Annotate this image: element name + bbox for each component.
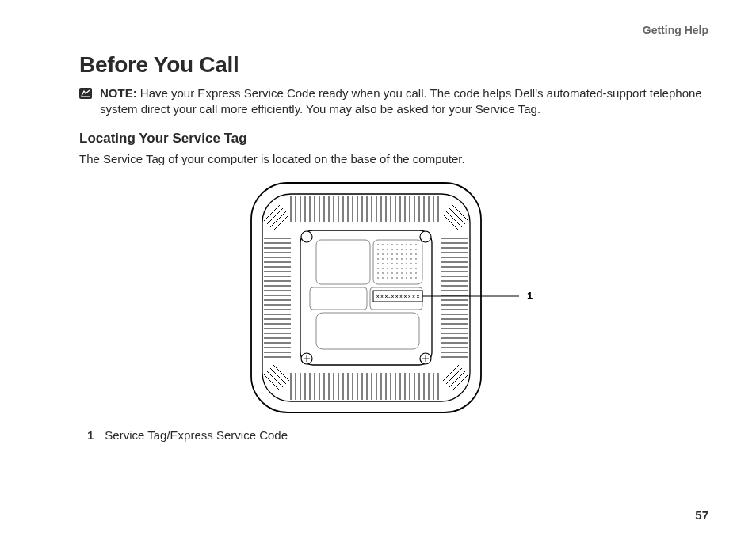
svg-point-193 — [387, 268, 388, 269]
figure-legend: 1 Service Tag/Express Service Code — [87, 428, 708, 442]
svg-point-167 — [391, 253, 393, 255]
svg-point-197 — [406, 268, 407, 269]
svg-point-199 — [415, 268, 417, 269]
svg-point-209 — [377, 277, 379, 279]
note-label: NOTE: — [100, 86, 137, 100]
svg-point-196 — [401, 268, 403, 269]
body-paragraph: The Service Tag of your computer is loca… — [79, 151, 708, 167]
device-base-illustration: XXX-XXXXXXX 1 — [227, 175, 560, 420]
svg-point-190 — [415, 263, 417, 264]
svg-point-203 — [391, 272, 393, 274]
svg-point-169 — [401, 253, 403, 255]
svg-point-148 — [387, 244, 388, 245]
svg-point-192 — [382, 268, 384, 269]
callout-number: 1 — [527, 290, 533, 302]
svg-point-160 — [401, 249, 403, 250]
svg-point-152 — [406, 244, 407, 245]
svg-point-155 — [377, 249, 379, 250]
svg-point-200 — [377, 272, 379, 274]
chapter-title: Getting Help — [643, 24, 708, 36]
svg-point-147 — [382, 244, 384, 245]
svg-point-181 — [415, 258, 417, 260]
legend-number: 1 — [87, 428, 94, 442]
svg-rect-218 — [310, 287, 367, 310]
svg-point-170 — [406, 253, 407, 255]
svg-point-213 — [396, 277, 398, 279]
svg-point-164 — [377, 253, 379, 255]
svg-point-206 — [406, 272, 407, 274]
svg-point-214 — [401, 277, 403, 279]
svg-point-174 — [382, 258, 384, 260]
svg-point-137 — [420, 231, 431, 242]
svg-rect-144 — [316, 240, 370, 284]
note-body: Have your Express Service Code ready whe… — [100, 86, 702, 116]
svg-point-153 — [410, 244, 412, 245]
svg-rect-145 — [373, 240, 422, 284]
svg-point-201 — [382, 272, 384, 274]
svg-point-211 — [387, 277, 388, 279]
service-tag-placeholder: XXX-XXXXXXX — [376, 293, 421, 300]
svg-rect-220 — [316, 313, 419, 349]
svg-point-188 — [406, 263, 407, 264]
svg-point-208 — [415, 272, 417, 274]
svg-point-180 — [410, 258, 412, 260]
svg-point-182 — [377, 263, 379, 264]
note-icon — [79, 88, 92, 99]
svg-point-198 — [410, 268, 412, 269]
svg-point-163 — [415, 249, 417, 250]
svg-point-191 — [377, 268, 379, 269]
svg-point-149 — [391, 244, 393, 245]
svg-point-150 — [396, 244, 398, 245]
svg-point-171 — [410, 253, 412, 255]
svg-point-212 — [391, 277, 393, 279]
svg-point-175 — [387, 258, 388, 260]
svg-point-158 — [391, 249, 393, 250]
svg-point-151 — [401, 244, 403, 245]
note-block: NOTE: Have your Express Service Code rea… — [79, 86, 708, 118]
svg-point-207 — [410, 272, 412, 274]
svg-point-194 — [391, 268, 393, 269]
svg-point-176 — [391, 258, 393, 260]
svg-point-136 — [301, 231, 312, 242]
svg-point-166 — [387, 253, 388, 255]
svg-point-183 — [382, 263, 384, 264]
svg-point-187 — [401, 263, 403, 264]
svg-point-210 — [382, 277, 384, 279]
svg-point-204 — [396, 272, 398, 274]
svg-point-216 — [410, 277, 412, 279]
svg-point-202 — [387, 272, 388, 274]
svg-point-186 — [396, 263, 398, 264]
svg-point-159 — [396, 249, 398, 250]
svg-point-184 — [387, 263, 388, 264]
page-title: Before You Call — [79, 52, 708, 78]
svg-point-178 — [401, 258, 403, 260]
figure: XXX-XXXXXXX 1 — [79, 175, 708, 420]
svg-point-172 — [415, 253, 417, 255]
subheading: Locating Your Service Tag — [79, 131, 708, 146]
svg-point-195 — [396, 268, 398, 269]
svg-point-162 — [410, 249, 412, 250]
page-number: 57 — [695, 508, 708, 522]
legend-text: Service Tag/Express Service Code — [105, 428, 288, 442]
svg-point-185 — [391, 263, 393, 264]
svg-point-146 — [377, 244, 379, 245]
svg-point-177 — [396, 258, 398, 260]
svg-point-189 — [410, 263, 412, 264]
svg-point-165 — [382, 253, 384, 255]
note-text: NOTE: Have your Express Service Code rea… — [100, 86, 708, 118]
svg-point-161 — [406, 249, 407, 250]
svg-point-179 — [406, 258, 407, 260]
svg-point-168 — [396, 253, 398, 255]
svg-point-173 — [377, 258, 379, 260]
svg-point-157 — [387, 249, 388, 250]
svg-point-154 — [415, 244, 417, 245]
svg-point-217 — [415, 277, 417, 279]
svg-point-205 — [401, 272, 403, 274]
svg-point-156 — [382, 249, 384, 250]
svg-point-215 — [406, 277, 407, 279]
